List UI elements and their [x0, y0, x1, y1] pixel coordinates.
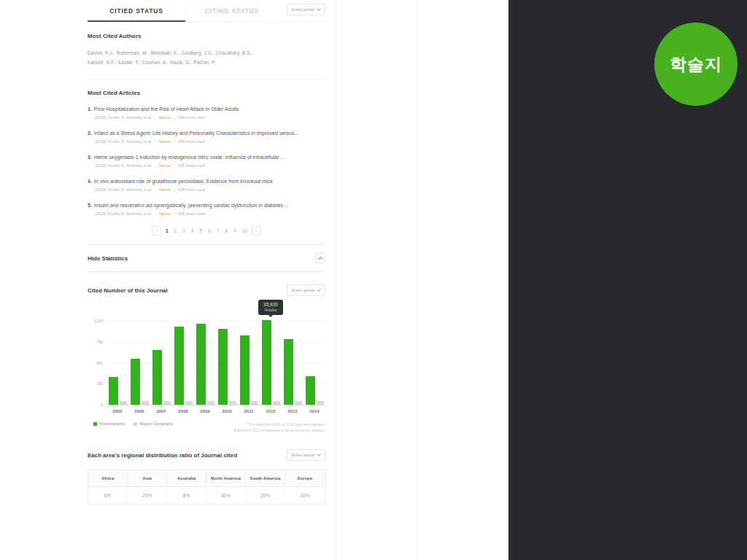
chart-bar-region-geography[interactable] — [163, 401, 171, 405]
article-list-item[interactable]: 4.In vivo antioxidant role of glutathion… — [88, 178, 325, 192]
region-value-australia: 8% — [167, 487, 206, 504]
chart-header: Cited Number of this Journal Entire peri… — [88, 284, 325, 296]
article-title: 1.Prior Hospitalization and the Risk of … — [88, 106, 325, 112]
regional-distribution-table: AfricaAsiaAustraliaNorth AmericaSouth Am… — [88, 470, 325, 505]
article-meta-part: | — [174, 115, 174, 120]
authors-list: Davies, K.J., Ruberman, W., Weinblatt, E… — [88, 48, 325, 67]
tooltip-value: 35,920 — [263, 302, 278, 307]
chart-bar-group-2010[interactable] — [216, 329, 238, 405]
pagination-page-1[interactable]: 1 — [164, 228, 170, 233]
article-rank: 2. — [88, 131, 92, 136]
chart-bar-historiography[interactable] — [218, 329, 228, 405]
article-meta-part: 308 times cited — [178, 139, 205, 144]
article-meta-part: | — [174, 211, 174, 216]
chart-bar-region-geography[interactable] — [207, 401, 214, 405]
article-rank: 3. — [88, 155, 92, 160]
chart-y-tick-label: 500 — [88, 361, 103, 365]
citation-panel: CITIED STATUS CITING STATUS Entire perio… — [88, 0, 325, 505]
article-rank: 5. — [88, 203, 92, 208]
chart-bar-historiography[interactable] — [131, 359, 140, 405]
legend-swatch-icon — [133, 422, 137, 426]
chart-bar-historiography[interactable] — [196, 324, 206, 405]
tab-cited-status[interactable]: CITIED STATUS — [88, 0, 185, 22]
pagination-page-5[interactable]: 5 — [198, 228, 204, 233]
article-meta-part: 308 times cited — [178, 163, 205, 168]
chart-y-tick-label: 250 — [88, 381, 103, 386]
chart-bar-groups — [107, 321, 325, 405]
article-list-item[interactable]: 2.Infarct as a Stress Agent: Life Histor… — [88, 130, 325, 144]
chart-legend: HistoriographyRegion Geography — [93, 421, 174, 426]
chart-bar-historiography[interactable] — [152, 350, 162, 405]
article-journal: Nature — [159, 139, 171, 144]
pagination-prev-button[interactable]: ‹ — [152, 226, 161, 236]
chart-bar-group-2005[interactable] — [107, 377, 128, 405]
article-journal: Nature — [159, 115, 171, 120]
chart-title: Cited Number of this Journal — [88, 287, 168, 294]
pagination-page-7[interactable]: 7 — [215, 228, 221, 233]
article-meta-part: (2015) Fredric D. Wolinsky et al. — [95, 163, 152, 168]
pagination-page-10[interactable]: 10 — [241, 228, 249, 233]
pagination-page-6[interactable]: 6 — [206, 228, 212, 233]
article-meta-part: (2015) Fredric D. Wolinsky et al. — [95, 115, 152, 120]
pagination-next-button[interactable]: › — [252, 226, 261, 236]
chart-bar-group-2013[interactable] — [282, 339, 303, 405]
chart-bar-historiography[interactable] — [174, 327, 184, 405]
chart-bar-region-geography[interactable] — [229, 401, 236, 405]
period-dropdown-table[interactable]: Entire period — [287, 449, 325, 461]
chevron-down-icon — [317, 287, 321, 292]
chart-bar-group-2011[interactable] — [238, 335, 260, 405]
slide-canvas: 학술지 CITIED STATUS CITING STATUS Entire p… — [0, 0, 747, 560]
frame-divider-left — [336, 0, 336, 560]
tab-citing-status[interactable]: CITING STATUS — [186, 0, 278, 22]
article-journal: Nature — [159, 163, 171, 168]
chart-x-label-2010: 2010 — [216, 409, 238, 413]
chart-bar-group-2006[interactable] — [128, 359, 150, 405]
chart-bar-region-geography[interactable] — [142, 401, 149, 405]
frame-divider-right — [417, 0, 417, 560]
chart-y-tick-label: 1,000 — [88, 319, 103, 323]
chart-y-tick-label: 0 — [88, 402, 103, 407]
chart-bar-historiography[interactable] — [306, 376, 315, 405]
chart-bar-group-2012[interactable] — [260, 320, 282, 405]
chevron-down-icon — [317, 7, 321, 11]
pagination-page-8[interactable]: 8 — [223, 228, 229, 233]
chart-tooltip: 35,920Articles — [258, 300, 283, 315]
article-list-item[interactable]: 5.Insulin and resveratrol act synergisti… — [88, 202, 325, 216]
period-dropdown-top[interactable]: Entire period — [287, 4, 325, 15]
article-meta-part: | — [155, 115, 155, 120]
region-value-south-america: 20% — [246, 487, 285, 504]
article-meta-part: | — [174, 187, 174, 192]
collapse-statistics-button[interactable] — [315, 253, 325, 263]
article-meta-part: (2015) Fredric D. Wolinsky et al. — [95, 139, 152, 144]
chart-bar-group-2007[interactable] — [150, 350, 172, 405]
chart-bar-region-geography[interactable] — [251, 401, 258, 405]
chart-x-label-2012: 2012 — [260, 409, 282, 413]
chart-x-axis-labels: 2005200620072008200920102011201220132014 — [107, 409, 325, 413]
chart-bar-group-2009[interactable] — [194, 324, 216, 405]
chart-bar-group-2008[interactable] — [172, 327, 194, 405]
period-dropdown-chart[interactable]: Entire period — [287, 284, 325, 296]
pagination-page-9[interactable]: 9 — [232, 228, 238, 233]
chart-bar-region-geography[interactable] — [120, 401, 127, 405]
article-meta: (2015) Fredric D. Wolinsky et al.|Nature… — [95, 187, 325, 192]
chart-bar-historiography[interactable] — [109, 377, 118, 405]
chart-bar-historiography[interactable] — [284, 339, 293, 405]
chart-bar-historiography[interactable] — [262, 320, 271, 405]
chart-bar-region-geography[interactable] — [185, 401, 193, 405]
article-title: 5.Insulin and resveratrol act synergisti… — [88, 202, 325, 209]
pagination-page-3[interactable]: 3 — [181, 228, 187, 233]
article-list-item[interactable]: 1.Prior Hospitalization and the Risk of … — [88, 106, 325, 120]
chart-bar-group-2014[interactable] — [303, 376, 325, 405]
pagination-page-2[interactable]: 2 — [173, 228, 179, 233]
status-tabs: CITIED STATUS CITING STATUS Entire perio… — [88, 0, 325, 22]
chart-bar-region-geography[interactable] — [295, 401, 302, 405]
tooltip-label: Articles — [263, 308, 278, 312]
legend-swatch-icon — [93, 422, 97, 426]
chart-bar-region-geography[interactable] — [317, 401, 324, 405]
pagination-page-4[interactable]: 4 — [190, 228, 196, 233]
article-list-item[interactable]: 3.Heme oxygenase-1 induction by endogeno… — [88, 154, 325, 168]
chart-bar-region-geography[interactable] — [273, 401, 280, 405]
most-cited-articles-title: Most Cited Articles — [88, 90, 325, 96]
chart-footnote-line-2: Data since 2012 is expected to be contin… — [234, 427, 325, 433]
chart-bar-historiography[interactable] — [240, 335, 249, 405]
